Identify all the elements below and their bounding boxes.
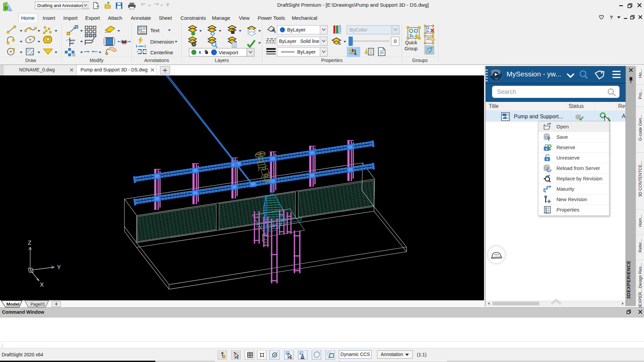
svg-text:?: ?	[610, 14, 613, 20]
svg-text:Y: Y	[57, 264, 61, 270]
svg-text:A: A	[354, 52, 357, 56]
svg-text:ByLayer: ByLayer	[297, 49, 316, 55]
svg-text:0: 0	[394, 38, 396, 44]
svg-text:Model: Model	[6, 302, 19, 307]
svg-text:7.8: 7.8	[495, 78, 498, 80]
svg-text:ByColor: ByColor	[350, 27, 367, 33]
svg-text:Group: Group	[405, 46, 418, 51]
svg-text:X: X	[40, 282, 44, 288]
svg-text:E: E	[300, 352, 302, 355]
svg-text:Quick: Quick	[405, 40, 418, 45]
svg-text:Dimension: Dimension	[150, 39, 174, 45]
svg-text:ByLayer Solid line: ByLayer Solid line	[279, 39, 319, 44]
svg-text:Centerline: Centerline	[150, 50, 173, 55]
svg-text:Text: Text	[150, 27, 160, 33]
svg-text:A: A	[140, 27, 142, 31]
svg-text:Page01: Page01	[31, 302, 45, 307]
svg-text:Viewport: Viewport	[219, 50, 238, 55]
svg-text:Z: Z	[28, 240, 31, 246]
svg-text:D: D	[4, 5, 8, 11]
svg-text:3D: 3D	[490, 74, 493, 76]
svg-text:ByLayer: ByLayer	[287, 27, 306, 33]
